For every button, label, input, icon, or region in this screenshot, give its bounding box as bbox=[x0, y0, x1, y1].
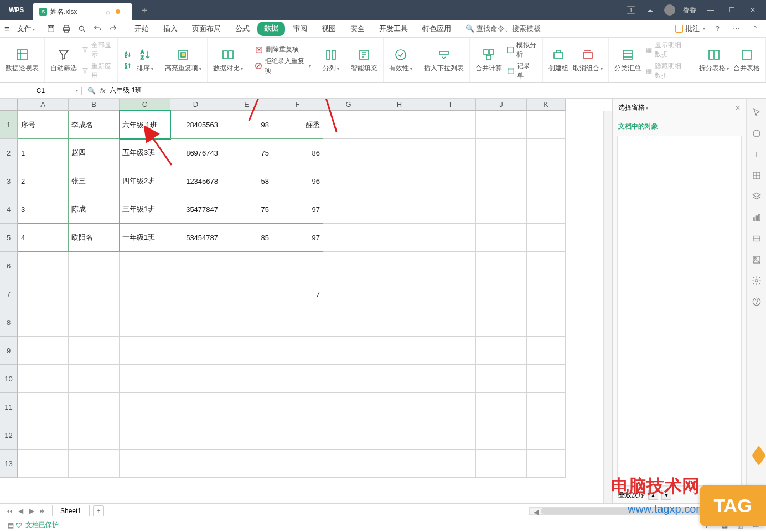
insert-dropdown-button[interactable]: 插入下拉列表 bbox=[424, 48, 464, 73]
cells-area[interactable]: 序号李成名六年级 1班2840556398酾盉1赵四五年级3班869767437… bbox=[18, 111, 603, 503]
column-header-G[interactable]: G bbox=[323, 99, 374, 111]
cell-G10[interactable] bbox=[323, 365, 374, 393]
column-header-E[interactable]: E bbox=[221, 99, 272, 111]
cell-E9[interactable] bbox=[221, 337, 272, 365]
print-icon[interactable] bbox=[61, 24, 71, 34]
cell-H10[interactable] bbox=[374, 365, 425, 393]
row-header-9[interactable]: 9 bbox=[0, 337, 18, 365]
cell-G4[interactable] bbox=[323, 195, 374, 224]
maximize-button[interactable]: ☐ bbox=[725, 3, 738, 17]
highlight-duplicates-button[interactable]: 高亮重复项 bbox=[165, 48, 201, 73]
document-tab[interactable]: S 姓名.xlsx ⌕ bbox=[33, 3, 132, 20]
cell-A4[interactable]: 3 bbox=[18, 195, 69, 224]
cell-K1[interactable] bbox=[527, 111, 566, 139]
cell-F11[interactable] bbox=[272, 393, 323, 421]
cell-K7[interactable] bbox=[527, 280, 566, 308]
cell-D6[interactable] bbox=[170, 252, 221, 280]
row-header-6[interactable]: 6 bbox=[0, 252, 18, 280]
cell-B7[interactable] bbox=[69, 280, 120, 308]
cell-H8[interactable] bbox=[374, 308, 425, 337]
cell-C5[interactable]: 一年级1班 bbox=[120, 224, 170, 252]
cell-C11[interactable] bbox=[120, 393, 170, 421]
next-sheet-button[interactable]: ▶ bbox=[27, 506, 37, 516]
doc-status-icon[interactable]: ▤ bbox=[6, 520, 15, 530]
menu-安全[interactable]: 安全 bbox=[344, 22, 371, 36]
scroll-right-button[interactable]: ▶ bbox=[750, 507, 760, 517]
print-preview-icon[interactable] bbox=[77, 24, 87, 34]
cell-E1[interactable]: 98 bbox=[221, 111, 272, 139]
cell-G5[interactable] bbox=[323, 224, 374, 252]
show-all-button[interactable]: 全部显示 bbox=[81, 40, 112, 59]
cell-F9[interactable] bbox=[272, 337, 323, 365]
record-form-button[interactable]: 记录单 bbox=[506, 61, 537, 80]
cell-C3[interactable]: 四年级2班 bbox=[120, 167, 170, 195]
text-tool-icon[interactable] bbox=[751, 148, 763, 161]
cell-C6[interactable] bbox=[120, 252, 170, 280]
image-icon[interactable] bbox=[751, 254, 763, 266]
cell-A9[interactable] bbox=[18, 337, 69, 365]
menu-特色应用[interactable]: 特色应用 bbox=[416, 22, 458, 36]
scrollbar-thumb[interactable] bbox=[541, 508, 734, 514]
autofilter-button[interactable]: 自动筛选 bbox=[50, 48, 77, 73]
cell-I9[interactable] bbox=[425, 337, 476, 365]
cell-K10[interactable] bbox=[527, 365, 566, 393]
column-header-C[interactable]: C bbox=[120, 99, 170, 111]
cell-B4[interactable]: 陈成 bbox=[69, 195, 120, 224]
sheet-tab[interactable]: Sheet1 bbox=[52, 505, 90, 516]
select-tool-icon[interactable] bbox=[751, 106, 763, 118]
cell-H6[interactable] bbox=[374, 252, 425, 280]
move-up-button[interactable]: ▲ bbox=[648, 490, 658, 500]
cell-I10[interactable] bbox=[425, 365, 476, 393]
cell-A7[interactable] bbox=[18, 280, 69, 308]
row-header-1[interactable]: 1 bbox=[0, 111, 18, 139]
remove-duplicates-button[interactable]: 删除重复项 bbox=[255, 45, 311, 54]
row-header-2[interactable]: 2 bbox=[0, 139, 18, 167]
user-avatar[interactable] bbox=[664, 4, 675, 16]
cell-C7[interactable] bbox=[120, 280, 170, 308]
cell-F12[interactable] bbox=[272, 421, 323, 450]
row-header-13[interactable]: 13 bbox=[0, 450, 18, 478]
cell-I4[interactable] bbox=[425, 195, 476, 224]
sort-button[interactable]: AZ排序 bbox=[137, 48, 153, 73]
redo-icon[interactable] bbox=[108, 24, 118, 34]
cell-C8[interactable] bbox=[120, 308, 170, 337]
new-tab-button[interactable]: ＋ bbox=[132, 4, 157, 16]
column-header-K[interactable]: K bbox=[527, 99, 566, 111]
search-commands[interactable]: 🔍 查找命令、搜索模板 bbox=[465, 24, 541, 34]
cell-D11[interactable] bbox=[170, 393, 221, 421]
cell-E10[interactable] bbox=[221, 365, 272, 393]
cell-A6[interactable] bbox=[18, 252, 69, 280]
cell-G13[interactable] bbox=[323, 450, 374, 478]
data-compare-button[interactable]: 数据对比 bbox=[213, 48, 243, 73]
prev-sheet-button[interactable]: ◀ bbox=[15, 506, 25, 516]
cell-E12[interactable] bbox=[221, 421, 272, 450]
cell-K3[interactable] bbox=[527, 167, 566, 195]
cell-D5[interactable]: 53454787 bbox=[170, 224, 221, 252]
cell-E4[interactable]: 75 bbox=[221, 195, 272, 224]
horizontal-scrollbar[interactable]: ◀ ▶ bbox=[529, 507, 762, 515]
cell-H12[interactable] bbox=[374, 421, 425, 450]
cell-H4[interactable] bbox=[374, 195, 425, 224]
group-button[interactable]: 创建组 bbox=[548, 48, 568, 73]
column-header-A[interactable]: A bbox=[18, 99, 69, 111]
menu-视图[interactable]: 视图 bbox=[315, 22, 343, 36]
cell-J3[interactable] bbox=[476, 167, 527, 195]
cell-K9[interactable] bbox=[527, 337, 566, 365]
cell-B11[interactable] bbox=[69, 393, 120, 421]
cell-I11[interactable] bbox=[425, 393, 476, 421]
cell-E3[interactable]: 58 bbox=[221, 167, 272, 195]
subtotal-button[interactable]: 分类汇总 bbox=[614, 48, 641, 73]
cell-J10[interactable] bbox=[476, 365, 527, 393]
cell-E6[interactable] bbox=[221, 252, 272, 280]
menu-hamburger-icon[interactable]: ≡ bbox=[4, 24, 9, 33]
cell-G8[interactable] bbox=[323, 308, 374, 337]
cell-D4[interactable]: 35477847 bbox=[170, 195, 221, 224]
cell-J13[interactable] bbox=[476, 450, 527, 478]
spreadsheet-grid[interactable]: ABCDEFGHIJK 12345678910111213 序号李成名六年级 1… bbox=[0, 99, 612, 503]
cell-H5[interactable] bbox=[374, 224, 425, 252]
notification-badge[interactable]: 1 bbox=[627, 6, 635, 14]
cell-A3[interactable]: 2 bbox=[18, 167, 69, 195]
cell-D13[interactable] bbox=[170, 450, 221, 478]
cell-B8[interactable] bbox=[69, 308, 120, 337]
chart-icon[interactable] bbox=[751, 211, 763, 224]
